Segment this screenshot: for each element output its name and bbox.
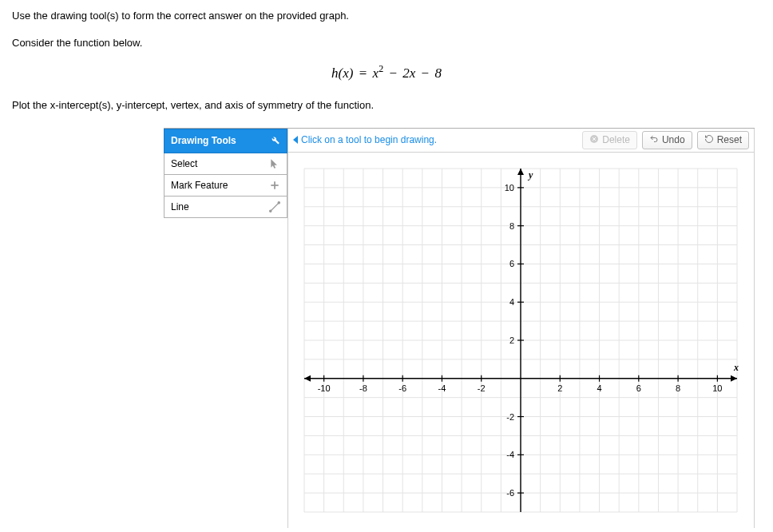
tool-label: Select — [171, 158, 197, 169]
svg-text:10: 10 — [712, 383, 722, 392]
svg-text:2: 2 — [557, 383, 562, 392]
tool-panel-header: Drawing Tools — [164, 129, 287, 153]
svg-text:-2: -2 — [478, 383, 486, 392]
svg-text:10: 10 — [505, 183, 514, 193]
coordinate-plane: -10-8-6-4-2246810-6-4-2246810xy — [288, 153, 753, 528]
svg-text:-4: -4 — [506, 450, 514, 459]
svg-text:2: 2 — [509, 335, 514, 345]
svg-text:-2: -2 — [506, 411, 514, 421]
delete-button[interactable]: Delete — [582, 131, 637, 149]
svg-point-3 — [270, 210, 272, 212]
cursor-icon — [269, 158, 280, 169]
svg-text:y: y — [527, 169, 533, 181]
instructions-block: Use the drawing tool(s) to form the corr… — [12, 8, 761, 113]
reset-icon — [704, 134, 714, 146]
wrench-icon — [269, 134, 280, 148]
svg-text:-10: -10 — [318, 383, 331, 392]
instruction-line-2: Consider the function below. — [12, 35, 761, 51]
instruction-line-3: Plot the x-intercept(s), y-intercept, ve… — [12, 97, 761, 113]
tool-line[interactable]: Line — [164, 197, 287, 218]
undo-button[interactable]: Undo — [642, 131, 692, 149]
tool-label: Mark Feature — [171, 180, 228, 191]
svg-text:-6: -6 — [398, 383, 406, 392]
svg-point-4 — [278, 201, 279, 203]
drawing-widget: Drawing Tools Select Mark Feature Line — [164, 128, 755, 528]
svg-marker-52 — [517, 169, 524, 175]
equation-display: h(x) = x2 − 2x − 8 — [12, 62, 761, 83]
svg-marker-51 — [304, 375, 311, 381]
svg-text:4: 4 — [597, 383, 601, 392]
graph-area: Click on a tool to begin drawing. Delete… — [287, 129, 755, 528]
svg-text:-4: -4 — [438, 383, 446, 392]
instruction-line-1: Use the drawing tool(s) to form the corr… — [12, 8, 761, 24]
tool-select[interactable]: Select — [164, 153, 287, 175]
svg-marker-50 — [731, 375, 737, 381]
graph-toolbar: Click on a tool to begin drawing. Delete… — [288, 129, 754, 153]
svg-text:8: 8 — [509, 220, 514, 230]
reset-button[interactable]: Reset — [697, 131, 749, 149]
tool-mark-feature[interactable]: Mark Feature — [164, 175, 287, 197]
tool-label: Line — [171, 201, 189, 212]
undo-icon — [649, 134, 659, 146]
arrow-left-icon — [293, 136, 298, 144]
svg-text:8: 8 — [676, 383, 680, 392]
svg-line-2 — [271, 202, 279, 211]
delete-icon — [589, 134, 599, 146]
graph-canvas[interactable]: -10-8-6-4-2246810-6-4-2246810xy — [288, 153, 754, 528]
svg-text:x: x — [733, 361, 739, 372]
svg-text:-6: -6 — [506, 488, 514, 498]
line-icon — [269, 201, 280, 212]
svg-text:6: 6 — [509, 259, 514, 268]
svg-text:4: 4 — [509, 297, 514, 307]
graph-hint: Click on a tool to begin drawing. — [293, 134, 577, 145]
tool-panel: Drawing Tools Select Mark Feature Line — [164, 129, 287, 528]
plus-icon — [269, 180, 280, 191]
tool-panel-title: Drawing Tools — [171, 135, 236, 146]
svg-text:-8: -8 — [359, 383, 367, 392]
svg-text:6: 6 — [636, 383, 641, 392]
